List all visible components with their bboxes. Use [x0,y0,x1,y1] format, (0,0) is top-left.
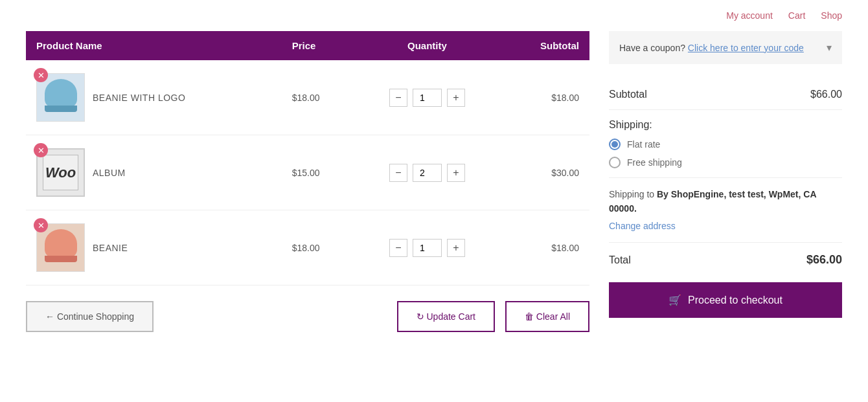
quantity-decrease-button[interactable]: − [389,239,407,257]
price-cell: $18.00 [282,60,355,135]
my-account-link[interactable]: My account [726,10,773,21]
order-summary: Subtotal $66.00 Shipping: Flat rate Free… [609,80,842,318]
remove-item-button[interactable]: ✕ [34,68,48,82]
cart-actions: ← Continue Shopping ↻ Update Cart 🗑 Clea… [26,301,589,332]
checkout-cart-icon: 🛒 [668,294,681,306]
quantity-increase-button[interactable]: + [447,89,465,107]
col-quantity: Quantity [354,31,499,60]
quantity-input[interactable] [413,239,442,257]
top-navigation: My account Cart Shop [0,0,868,31]
checkout-button-label: Proceed to checkout [688,295,782,306]
total-label: Total [609,254,631,266]
quantity-cell: − + [354,60,499,135]
subtotal-cell: $30.00 [500,135,589,210]
shipping-label: Shipping: [609,119,842,131]
main-container: Product Name Price Quantity Subtotal ✕ B… [0,31,868,358]
free-shipping-label: Free shipping [627,157,682,168]
shipping-options: Flat rate Free shipping [609,139,842,168]
product-cell: ✕ Woo ALBUM [26,135,282,210]
shipping-address-section: Shipping to By ShopEngine, test test, Wp… [609,178,842,243]
table-row: ✕ BEANIE $18.00 − + $18.00 [26,210,589,285]
quantity-control: − + [365,164,489,182]
free-shipping-option[interactable]: Free shipping [609,157,842,168]
coupon-text: Have a coupon? Click here to enter your … [619,43,804,53]
product-name: BEANIE WITH LOGO [93,93,185,103]
product-name: ALBUM [93,168,126,178]
quantity-input[interactable] [413,89,442,107]
quantity-increase-button[interactable]: + [447,239,465,257]
cart-table: Product Name Price Quantity Subtotal ✕ B… [26,31,589,285]
shipping-to-prefix: Shipping to By ShopEngine, test test, Wp… [609,189,816,214]
shop-link[interactable]: Shop [821,10,842,21]
subtotal-value: $66.00 [810,89,842,100]
price-cell: $18.00 [282,210,355,285]
remove-item-button[interactable]: ✕ [34,143,48,157]
product-cell: ✕ BEANIE WITH LOGO [26,60,282,135]
subtotal-cell: $18.00 [500,210,589,285]
col-subtotal: Subtotal [500,31,589,60]
free-shipping-radio[interactable] [609,157,621,168]
remove-item-button[interactable]: ✕ [34,218,48,232]
coupon-link[interactable]: Click here to enter your code [688,43,804,53]
cart-section: Product Name Price Quantity Subtotal ✕ B… [26,31,589,332]
checkout-sidebar: Have a coupon? Click here to enter your … [609,31,842,332]
continue-shopping-button[interactable]: ← Continue Shopping [26,301,154,332]
product-cell: ✕ BEANIE [26,210,282,285]
total-value: $66.00 [806,253,842,267]
flat-rate-option[interactable]: Flat rate [609,139,842,150]
quantity-decrease-button[interactable]: − [389,164,407,182]
quantity-cell: − + [354,210,499,285]
total-row: Total $66.00 [609,243,842,277]
change-address-link[interactable]: Change address [609,219,842,233]
quantity-control: − + [365,89,489,107]
table-row: ✕ BEANIE WITH LOGO $18.00 − + $18.00 [26,60,589,135]
checkout-button[interactable]: 🛒 Proceed to checkout [609,282,842,318]
coupon-box: Have a coupon? Click here to enter your … [609,31,842,64]
quantity-cell: − + [354,135,499,210]
col-price: Price [282,31,355,60]
coupon-chevron-icon: ▾ [827,41,832,54]
update-cart-button[interactable]: ↻ Update Cart [397,301,495,332]
subtotal-cell: $18.00 [500,60,589,135]
quantity-decrease-button[interactable]: − [389,89,407,107]
shipping-section: Shipping: Flat rate Free shipping [609,110,842,178]
col-product-name: Product Name [26,31,282,60]
quantity-increase-button[interactable]: + [447,164,465,182]
quantity-control: − + [365,239,489,257]
subtotal-row: Subtotal $66.00 [609,80,842,110]
price-cell: $15.00 [282,135,355,210]
subtotal-label: Subtotal [609,89,647,100]
product-name: BEANIE [93,243,128,253]
quantity-input[interactable] [413,164,442,182]
clear-all-button[interactable]: 🗑 Clear All [505,301,589,332]
flat-rate-radio[interactable] [609,139,621,150]
flat-rate-label: Flat rate [627,139,660,150]
cart-link[interactable]: Cart [788,10,805,21]
shipping-address-text: By ShopEngine, test test, WpMet, CA 0000… [609,189,816,214]
table-row: ✕ Woo ALBUM $15.00 − + $30.00 [26,135,589,210]
